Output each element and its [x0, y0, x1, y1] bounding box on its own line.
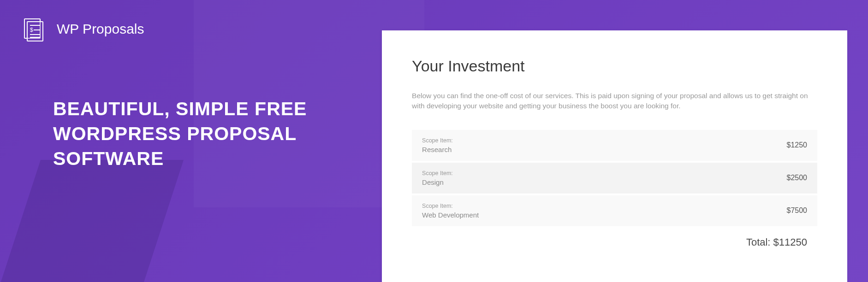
- brand-name: WP Proposals: [57, 21, 144, 37]
- hero-headline: BEAUTIFUL, SIMPLE FREE WORDPRESS PROPOSA…: [53, 96, 382, 171]
- total-row: Total: $11250: [412, 236, 817, 248]
- scope-price: $2500: [787, 174, 808, 182]
- scope-info: Scope Item: Research: [422, 137, 453, 153]
- scope-label: Scope Item:: [422, 137, 453, 144]
- scope-list: Scope Item: Research $1250 Scope Item: D…: [412, 130, 817, 226]
- right-panel: Your Investment Below you can find the o…: [382, 0, 868, 282]
- list-item: Scope Item: Design $2500: [412, 163, 817, 194]
- left-panel: $ WP Proposals BEAUTIFUL, SIMPLE FREE WO…: [0, 0, 382, 282]
- headline-line-2: WORDPRESS PROPOSAL SOFTWARE: [53, 123, 297, 169]
- scope-name: Design: [422, 178, 453, 186]
- scope-label: Scope Item:: [422, 203, 479, 209]
- scope-price: $7500: [787, 206, 808, 215]
- scope-name: Web Development: [422, 211, 479, 219]
- proposal-document-icon: $: [21, 16, 47, 42]
- scope-name: Research: [422, 146, 453, 153]
- list-item: Scope Item: Research $1250: [412, 130, 817, 161]
- scope-info: Scope Item: Web Development: [422, 203, 479, 219]
- card-description: Below you can find the one-off cost of o…: [412, 91, 817, 112]
- list-item: Scope Item: Web Development $7500: [412, 195, 817, 226]
- scope-price: $1250: [787, 141, 808, 149]
- total-label: Total: $11250: [746, 236, 807, 248]
- headline-line-1: BEAUTIFUL, SIMPLE FREE: [53, 98, 307, 119]
- scope-label: Scope Item:: [422, 170, 453, 176]
- svg-text:$: $: [30, 27, 33, 33]
- brand-row: $ WP Proposals: [21, 16, 382, 42]
- scope-info: Scope Item: Design: [422, 170, 453, 186]
- card-title: Your Investment: [412, 57, 817, 75]
- investment-card: Your Investment Below you can find the o…: [382, 30, 847, 282]
- hero-banner: $ WP Proposals BEAUTIFUL, SIMPLE FREE WO…: [0, 0, 868, 282]
